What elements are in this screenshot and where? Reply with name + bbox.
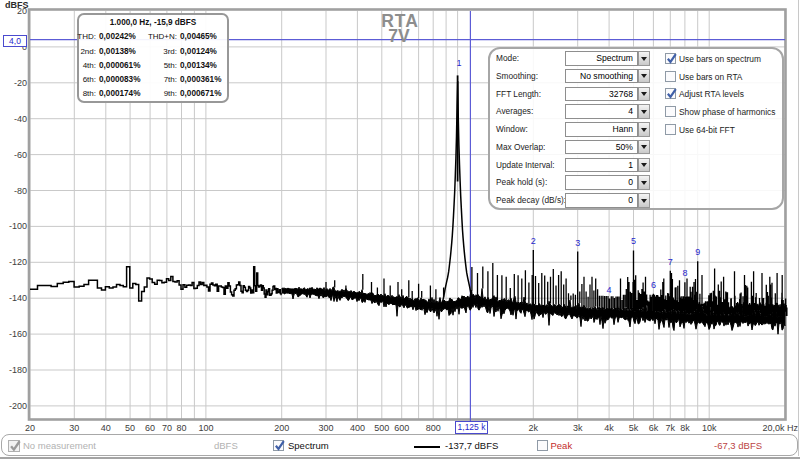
svg-text:4: 4 (607, 285, 612, 295)
svg-text:1: 1 (457, 58, 462, 68)
svg-text:-100: -100 (9, 221, 27, 231)
svg-text:4k: 4k (604, 423, 614, 433)
svg-text:-20: -20 (14, 78, 27, 88)
svg-text:7k: 7k (666, 423, 676, 433)
svg-text:3k: 3k (573, 423, 583, 433)
svg-text:-80: -80 (14, 186, 27, 196)
svg-text:100: 100 (198, 423, 213, 433)
svg-text:80: 80 (176, 423, 186, 433)
svg-text:-200: -200 (9, 401, 27, 411)
svg-text:800: 800 (426, 423, 441, 433)
svg-text:-120: -120 (9, 257, 27, 267)
svg-text:6k: 6k (649, 423, 659, 433)
svg-text:-180: -180 (9, 365, 27, 375)
svg-text:5k: 5k (629, 423, 639, 433)
svg-text:6: 6 (651, 280, 656, 290)
svg-text:9: 9 (695, 247, 700, 257)
svg-text:-40: -40 (14, 114, 27, 124)
svg-text:5: 5 (631, 236, 636, 246)
svg-text:10k: 10k (702, 423, 717, 433)
svg-text:2: 2 (531, 236, 536, 246)
svg-text:8k: 8k (680, 423, 690, 433)
svg-text:dBFS: dBFS (5, 0, 29, 10)
svg-text:300: 300 (318, 423, 333, 433)
svg-text:200: 200 (274, 423, 289, 433)
svg-text:70: 70 (162, 423, 172, 433)
svg-text:3: 3 (575, 238, 580, 248)
svg-text:500: 500 (374, 423, 389, 433)
svg-text:20: 20 (25, 423, 35, 433)
svg-text:2k: 2k (529, 423, 539, 433)
svg-text:8: 8 (682, 268, 687, 278)
svg-text:7V: 7V (388, 26, 410, 46)
svg-text:20,0k Hz: 20,0k Hz (762, 423, 798, 433)
svg-text:-160: -160 (9, 329, 27, 339)
svg-text:50: 50 (125, 423, 135, 433)
svg-text:600: 600 (394, 423, 409, 433)
svg-text:40: 40 (101, 423, 111, 433)
svg-text:60: 60 (145, 423, 155, 433)
svg-text:-60: -60 (14, 150, 27, 160)
svg-text:7: 7 (668, 257, 673, 267)
svg-text:400: 400 (350, 423, 365, 433)
svg-text:-140: -140 (9, 293, 27, 303)
svg-text:30: 30 (69, 423, 79, 433)
